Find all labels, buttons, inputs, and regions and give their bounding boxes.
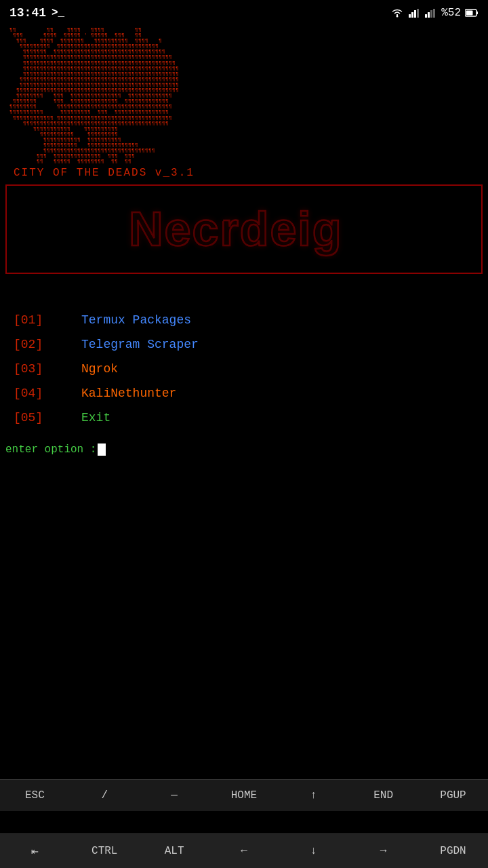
menu-label-5: Exit xyxy=(81,411,110,425)
svg-rect-2 xyxy=(411,12,413,18)
wifi-icon xyxy=(390,7,405,18)
keyboard-toolbar-2: ⇤CTRLALT←↓→PGDN xyxy=(0,833,488,868)
terminal-prompt: >_ xyxy=(52,7,64,19)
title-area: CITY OF THE DEADS v_3.1 xyxy=(0,165,488,180)
input-area[interactable]: enter option : xyxy=(0,433,488,461)
key-row2-0[interactable]: ⇤ xyxy=(14,841,55,861)
logo-text: Necrdeig Necrdeig xyxy=(122,191,366,267)
signal-icon-2 xyxy=(425,7,437,18)
menu-item-5[interactable]: [05]Exit xyxy=(14,406,474,430)
menu-label-3: Ngrok xyxy=(81,362,118,376)
key-row2-3[interactable]: ← xyxy=(224,842,264,860)
menu-item-4[interactable]: [04]KaliNethunter xyxy=(14,381,474,406)
svg-text:Necrdeig: Necrdeig xyxy=(129,203,343,256)
key-row1-4[interactable]: ↑ xyxy=(293,787,334,804)
menu-item-3[interactable]: [03]Ngrok xyxy=(14,357,474,381)
spacer xyxy=(0,278,488,305)
menu-index-5: [05] xyxy=(14,411,81,425)
svg-rect-10 xyxy=(476,12,478,14)
status-right: %52 xyxy=(390,7,479,19)
ascii-art: ¶¶ ¶¶ ¶¶¶¶ ¶¶¶¶ ¶¶ ¶¶¶ ¶¶¶¶ ¶¶¶¶¶ ' ¶¶¶¶… xyxy=(0,26,488,165)
menu-index-1: [01] xyxy=(14,313,81,327)
svg-rect-7 xyxy=(430,10,432,18)
svg-rect-1 xyxy=(409,14,411,18)
svg-point-0 xyxy=(396,16,399,18)
key-row2-1[interactable]: CTRL xyxy=(84,842,125,860)
key-row2-2[interactable]: ALT xyxy=(154,842,195,860)
menu: [01]Termux Packages[02]Telegram Scraper[… xyxy=(0,305,488,433)
signal-icon xyxy=(409,7,421,18)
menu-index-3: [03] xyxy=(14,362,81,376)
svg-rect-4 xyxy=(417,9,419,18)
menu-item-2[interactable]: [02]Telegram Scraper xyxy=(14,332,474,357)
svg-rect-3 xyxy=(414,10,416,18)
status-left: 13:41 >_ xyxy=(9,6,64,20)
menu-item-1[interactable]: [01]Termux Packages xyxy=(14,308,474,332)
title-text: CITY OF THE DEADS v_3.1 xyxy=(14,167,195,179)
key-row2-6[interactable]: PGDN xyxy=(432,842,473,860)
key-row1-5[interactable]: END xyxy=(363,787,404,804)
key-row2-4[interactable]: ↓ xyxy=(293,842,334,860)
status-bar: 13:41 >_ %52 xyxy=(0,0,488,26)
logo-svg: Necrdeig Necrdeig xyxy=(122,191,366,259)
menu-label-4: KaliNethunter xyxy=(81,387,176,400)
key-row1-6[interactable]: PGUP xyxy=(432,787,473,804)
key-row1-0[interactable]: ESC xyxy=(14,787,55,804)
svg-rect-5 xyxy=(425,14,427,18)
menu-label-2: Telegram Scraper xyxy=(81,338,199,351)
key-row1-3[interactable]: HOME xyxy=(224,787,264,804)
key-row1-1[interactable]: / xyxy=(84,787,125,804)
time: 13:41 xyxy=(9,6,46,20)
svg-rect-8 xyxy=(433,9,435,18)
svg-rect-11 xyxy=(466,11,473,16)
battery-icon xyxy=(465,8,479,18)
keyboard-toolbar-1: ESC/—HOME↑ENDPGUP xyxy=(0,779,488,811)
menu-index-2: [02] xyxy=(14,338,81,351)
key-row2-5[interactable]: → xyxy=(363,842,404,860)
menu-index-4: [04] xyxy=(14,387,81,400)
input-cursor xyxy=(98,443,106,456)
ascii-art-container: ¶¶ ¶¶ ¶¶¶¶ ¶¶¶¶ ¶¶ ¶¶¶ ¶¶¶¶ ¶¶¶¶¶ ' ¶¶¶¶… xyxy=(0,26,488,165)
battery: %52 xyxy=(441,7,461,19)
key-row1-2[interactable]: — xyxy=(154,787,195,804)
svg-rect-6 xyxy=(428,12,430,18)
input-prompt: enter option : xyxy=(5,443,96,456)
logo-area: Necrdeig Necrdeig xyxy=(5,184,483,274)
menu-label-1: Termux Packages xyxy=(81,313,191,327)
